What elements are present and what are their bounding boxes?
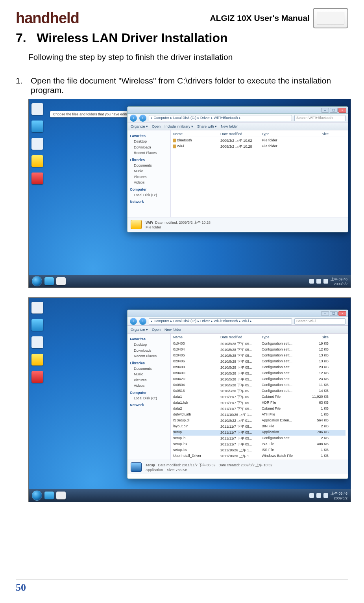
sidebar-item[interactable]: Downloads — [134, 348, 168, 353]
system-tray[interactable]: 上午 09:46 2009/3/2 — [309, 277, 347, 286]
system-tray[interactable]: 上午 09:46 2009/3/2 — [309, 491, 347, 500]
tray-icon[interactable] — [323, 279, 328, 284]
file-row[interactable]: 0x08042010/5/28 下午 05...Configuration se… — [173, 382, 346, 388]
toolbar-item[interactable]: Include in library ▾ — [164, 124, 193, 128]
sidebar-item[interactable]: Documents — [134, 163, 168, 168]
sidebar-item[interactable]: Music — [134, 168, 168, 174]
desktop-icon[interactable] — [31, 336, 43, 348]
forward-button[interactable]: › — [139, 115, 146, 122]
address-bar[interactable]: ▸ Computer ▸ Local Disk (C:) ▸ Driver ▸ … — [149, 115, 292, 121]
col-date[interactable]: Date modified — [220, 132, 262, 136]
column-headers[interactable]: Name Date modified Type Size — [173, 132, 346, 137]
toolbar-item[interactable]: Open — [152, 124, 161, 128]
sidebar-group[interactable]: Computer — [130, 390, 168, 395]
file-row[interactable]: 0x04032010/5/28 下午 05...Configuration se… — [173, 341, 346, 347]
file-row[interactable]: setup.iss2011/10/26 上午 1...ISS File1 KB — [173, 447, 346, 453]
col-size[interactable]: Size — [309, 335, 329, 339]
clock[interactable]: 上午 09:46 2009/3/2 — [331, 491, 347, 500]
tray-icon[interactable] — [316, 493, 321, 498]
column-headers[interactable]: Name Date modified Type Size — [173, 335, 346, 340]
desktop-icon[interactable] — [31, 103, 43, 115]
file-row[interactable]: 0x08162010/5/28 下午 05...Configuration se… — [173, 388, 346, 394]
toolbar-item[interactable]: Organize ▾ — [131, 124, 148, 128]
desktop-icon[interactable] — [31, 173, 43, 184]
sidebar-group[interactable]: Libraries — [130, 157, 168, 163]
minimize-button[interactable]: – — [321, 108, 329, 113]
toolbar-item[interactable]: New folder — [164, 328, 181, 332]
taskbar-item[interactable] — [44, 492, 54, 499]
file-row[interactable]: setup.ini2011/11/7 下午 05...Configuration… — [173, 436, 346, 442]
tray-icon[interactable] — [309, 279, 314, 284]
sidebar-item[interactable]: Pictures — [134, 174, 168, 180]
col-name[interactable]: Name — [173, 132, 220, 136]
start-button[interactable] — [32, 276, 42, 286]
sidebar-item[interactable]: Local Disk (C:) — [134, 192, 168, 198]
sidebar-item[interactable]: Local Disk (C:) — [134, 395, 168, 401]
close-button[interactable]: × — [338, 311, 346, 316]
sidebar-group[interactable]: Network — [130, 402, 168, 408]
file-row[interactable]: 0x040D2010/5/28 下午 05...Configuration se… — [173, 371, 346, 377]
file-row[interactable]: layout.bin2011/11/7 下午 05...BIN File2 KB — [173, 424, 346, 430]
col-type[interactable]: Type — [262, 335, 309, 339]
sidebar-item[interactable]: Downloads — [134, 145, 168, 150]
toolbar-item[interactable]: Organize ▾ — [131, 328, 148, 332]
toolbar-item[interactable]: New folder — [221, 124, 238, 128]
search-box[interactable]: Search WiFi — [294, 318, 346, 325]
minimize-button[interactable]: – — [321, 311, 329, 316]
sidebar-group[interactable]: Libraries — [130, 360, 168, 366]
taskbar-item[interactable] — [56, 492, 66, 499]
sidebar-group[interactable]: Network — [130, 199, 168, 204]
desktop-icon[interactable] — [31, 354, 43, 366]
tray-icon[interactable] — [323, 493, 328, 498]
desktop-icon[interactable] — [31, 138, 43, 150]
search-box[interactable]: Search WiFi+Bluetooth — [294, 115, 346, 121]
file-row[interactable]: 0x042D2010/5/28 下午 05...Configuration se… — [173, 377, 346, 382]
start-button[interactable] — [32, 490, 42, 501]
sidebar-item[interactable]: Pictures — [134, 377, 168, 383]
file-row[interactable]: data1.hdr2011/11/7 下午 05...HDR File63 KB — [173, 400, 346, 406]
file-row[interactable]: ▇ Bluetooth2009/3/2 上午 10:02File folder — [173, 138, 346, 144]
file-row[interactable]: defwfcfi.ath2011/10/26 上午 1...ATH File1 … — [173, 412, 346, 418]
sidebar-item[interactable]: Recent Places — [134, 353, 168, 359]
col-date[interactable]: Date modified — [220, 335, 262, 339]
maximize-button[interactable]: ▢ — [330, 108, 338, 113]
sidebar-group[interactable]: Favorites — [130, 336, 168, 342]
desktop-icon[interactable] — [31, 302, 43, 314]
clock[interactable]: 上午 09:46 2009/3/2 — [331, 277, 347, 286]
file-row[interactable]: 0x04052010/5/28 下午 05...Configuration se… — [173, 353, 346, 359]
sidebar-item[interactable]: Documents — [134, 366, 168, 371]
col-size[interactable]: Size — [309, 132, 329, 136]
sidebar-item[interactable]: Desktop — [134, 139, 168, 144]
desktop-icon[interactable] — [31, 155, 43, 167]
col-type[interactable]: Type — [262, 132, 309, 136]
file-row[interactable]: data22011/11/7 下午 05...Cabinet File1 KB — [173, 406, 346, 412]
sidebar-item[interactable]: Videos — [134, 383, 168, 388]
file-row[interactable]: ▇ WiFi2009/3/2 上午 10:28File folder — [173, 144, 346, 150]
sidebar-group[interactable]: Computer — [130, 187, 168, 192]
maximize-button[interactable]: ▢ — [330, 311, 338, 316]
close-button[interactable]: × — [338, 108, 346, 113]
file-row[interactable]: 0x04042010/5/28 下午 05...Configuration se… — [173, 347, 346, 353]
sidebar-item[interactable]: Desktop — [134, 342, 168, 347]
tray-icon[interactable] — [316, 279, 321, 284]
taskbar-item[interactable] — [44, 277, 54, 285]
sidebar-group[interactable]: Favorites — [130, 133, 168, 139]
sidebar-item[interactable]: Videos — [134, 180, 168, 185]
sidebar-item[interactable]: Music — [134, 371, 168, 377]
desktop-icon[interactable] — [31, 371, 43, 383]
file-row[interactable]: setup.inx2011/11/7 下午 05...INX File408 K… — [173, 442, 346, 447]
file-row[interactable]: setup2011/11/7 下午 05...Application786 KB — [173, 430, 346, 436]
back-button[interactable]: ‹ — [130, 318, 137, 325]
col-name[interactable]: Name — [173, 335, 220, 339]
file-row[interactable]: data12011/11/7 下午 05...Cabinet File11,92… — [173, 394, 346, 400]
forward-button[interactable]: › — [139, 318, 146, 325]
sidebar-item[interactable]: Recent Places — [134, 150, 168, 156]
tray-icon[interactable] — [309, 493, 314, 498]
desktop-icon[interactable] — [31, 121, 43, 132]
toolbar-item[interactable]: Share with ▾ — [197, 124, 217, 128]
back-button[interactable]: ‹ — [130, 115, 137, 122]
file-row[interactable]: 0x04062010/5/28 下午 05...Configuration se… — [173, 359, 346, 365]
file-row[interactable]: 0x04082010/5/28 下午 05...Configuration se… — [173, 365, 346, 371]
file-row[interactable]: UserInstall_Driver2011/10/28 上午 1...Wind… — [173, 453, 346, 459]
toolbar-item[interactable]: Open — [152, 328, 161, 332]
